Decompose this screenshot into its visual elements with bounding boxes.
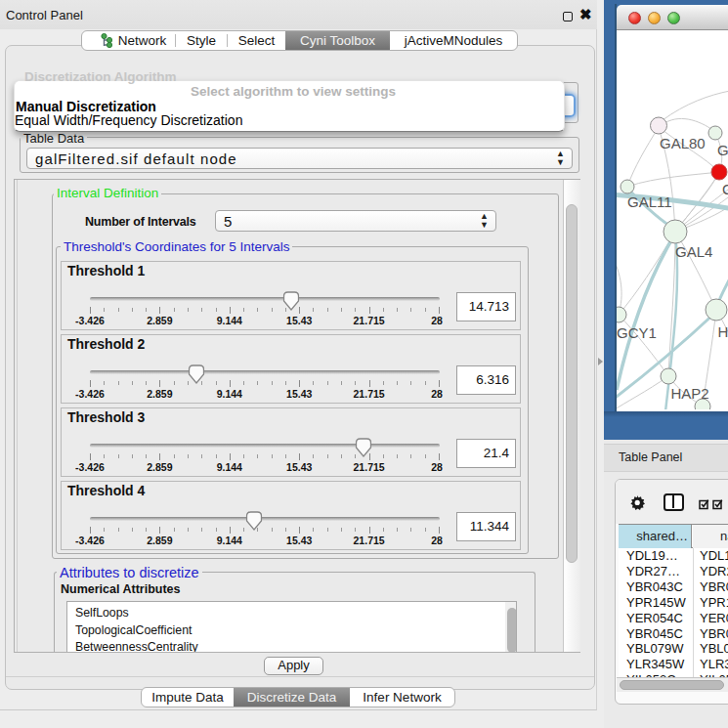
svg-text:GAL11: GAL11: [627, 193, 672, 210]
svg-text:G.: G.: [717, 142, 728, 158]
svg-text:GAL4: GAL4: [675, 243, 712, 260]
svg-text:GAL80: GAL80: [660, 135, 706, 151]
svg-text:HAP2: HAP2: [671, 385, 709, 402]
svg-text:GCY1: GCY1: [617, 324, 657, 341]
svg-text:H: H: [718, 323, 728, 340]
svg-text:C: C: [722, 181, 728, 197]
